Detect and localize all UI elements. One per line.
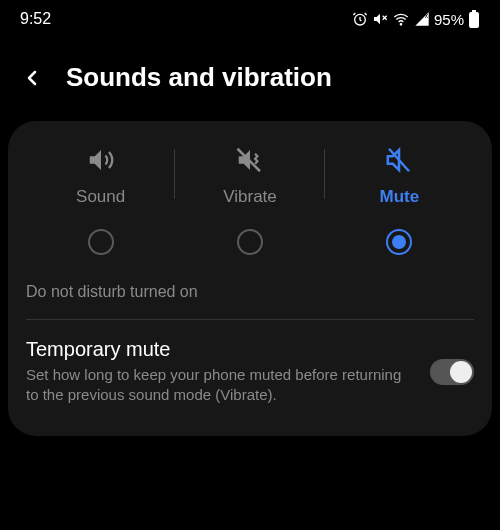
mode-vibrate-label: Vibrate bbox=[223, 187, 277, 207]
page-header: Sounds and vibration bbox=[0, 34, 500, 121]
dnd-status: Do not disturb turned on bbox=[26, 283, 474, 301]
vibrate-icon bbox=[233, 145, 267, 175]
signal-icon: x bbox=[414, 11, 430, 27]
status-icons: x 95% bbox=[352, 10, 480, 28]
temporary-mute-description: Set how long to keep your phone muted be… bbox=[26, 365, 414, 406]
mode-sound[interactable]: Sound bbox=[26, 143, 175, 207]
temporary-mute-toggle[interactable] bbox=[430, 359, 474, 385]
status-bar: 9:52 x 95% bbox=[0, 0, 500, 34]
radio-mute[interactable] bbox=[386, 229, 412, 255]
battery-icon bbox=[468, 10, 480, 28]
svg-point-3 bbox=[400, 24, 401, 25]
radio-sound[interactable] bbox=[88, 229, 114, 255]
mode-sound-label: Sound bbox=[76, 187, 125, 207]
sound-mode-row: Sound Vibrate Mute bbox=[26, 143, 474, 207]
wifi-icon bbox=[392, 11, 410, 27]
mode-mute[interactable]: Mute bbox=[325, 143, 474, 207]
alarm-icon bbox=[352, 11, 368, 27]
svg-rect-6 bbox=[472, 10, 476, 12]
temporary-mute-title: Temporary mute bbox=[26, 338, 414, 361]
battery-percent: 95% bbox=[434, 11, 464, 28]
mute-status-icon bbox=[372, 11, 388, 27]
settings-panel: Sound Vibrate Mute Do not disturb turned… bbox=[8, 121, 492, 436]
mode-mute-label: Mute bbox=[379, 187, 419, 207]
mute-icon bbox=[382, 145, 416, 175]
status-time: 9:52 bbox=[20, 10, 51, 28]
svg-rect-5 bbox=[469, 12, 479, 28]
temporary-mute-row[interactable]: Temporary mute Set how long to keep your… bbox=[26, 338, 474, 406]
radio-vibrate[interactable] bbox=[237, 229, 263, 255]
page-title: Sounds and vibration bbox=[66, 62, 332, 93]
mode-vibrate[interactable]: Vibrate bbox=[175, 143, 324, 207]
divider bbox=[26, 319, 474, 320]
sound-icon bbox=[84, 145, 118, 175]
back-icon[interactable] bbox=[20, 66, 44, 90]
radio-row bbox=[26, 229, 474, 255]
